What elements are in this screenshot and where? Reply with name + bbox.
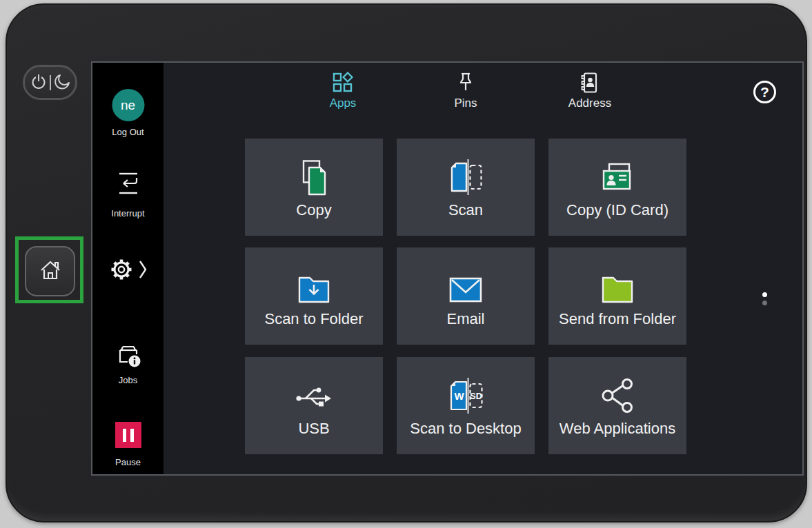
settings-button[interactable] (92, 258, 164, 284)
svg-text:SD: SD (470, 392, 482, 401)
pause-button[interactable] (115, 422, 141, 448)
tab-apps-label: Apps (295, 97, 391, 110)
home-icon (38, 258, 63, 285)
jobs-icon (114, 340, 143, 372)
app-tile-scan-to-desktop[interactable]: W SD Scan to Desktop (397, 357, 535, 454)
folder-download-icon (294, 264, 334, 305)
sidebar: ne Log Out Interrupt (92, 63, 164, 474)
logout-label[interactable]: Log Out (92, 127, 164, 137)
user-avatar[interactable]: ne (112, 89, 144, 121)
address-book-icon (542, 71, 638, 94)
app-tile-label: USB (298, 420, 329, 438)
tab-pins-label: Pins (417, 97, 514, 110)
app-tile-label: Scan (448, 201, 483, 219)
tab-address[interactable]: Address (542, 71, 638, 110)
tab-pins[interactable]: Pins (417, 71, 514, 110)
app-tile-label: Scan to Folder (264, 310, 363, 328)
page-indicator-dot-active[interactable] (762, 292, 767, 297)
pin-icon (417, 71, 514, 94)
main-content: Apps Pins (164, 63, 802, 474)
app-tile-copy-id-card[interactable]: Copy (ID Card) (548, 139, 686, 236)
tab-address-label: Address (542, 97, 638, 110)
app-tile-label: Copy (296, 201, 331, 219)
app-tile-scan-to-folder[interactable]: Scan to Folder (245, 247, 383, 345)
app-tile-send-from-folder[interactable]: Send from Folder (548, 247, 686, 345)
help-icon: ? (760, 84, 769, 101)
pause-icon (123, 429, 126, 442)
app-tile-label: Scan to Desktop (410, 420, 521, 438)
app-tile-scan[interactable]: Scan (397, 139, 535, 236)
app-tile-usb[interactable]: USB (245, 357, 383, 454)
pause-label: Pause (92, 457, 164, 467)
jobs-label: Jobs (92, 375, 164, 385)
copy-icon (295, 155, 333, 196)
gear-icon (110, 258, 133, 284)
wsd-scan-icon: W SD (446, 374, 486, 415)
usb-icon (294, 374, 334, 415)
app-tile-copy[interactable]: Copy (245, 139, 383, 236)
power-button-divider (50, 75, 51, 90)
app-tile-label: Send from Folder (559, 310, 676, 328)
chevron-right-icon (139, 259, 147, 283)
share-network-icon (598, 374, 637, 415)
avatar-initials: ne (121, 98, 135, 113)
email-envelope-icon (446, 264, 486, 305)
jobs-button[interactable] (92, 340, 164, 372)
folder-green-icon (597, 264, 637, 305)
tab-apps[interactable]: Apps (295, 71, 391, 110)
app-tile-label: Email (446, 310, 484, 328)
apps-icon (295, 71, 391, 94)
svg-text:W: W (454, 390, 464, 402)
id-card-icon (597, 155, 637, 196)
device-bezel: ne Log Out Interrupt (6, 3, 807, 522)
power-icon (30, 72, 48, 93)
scan-icon (446, 155, 485, 196)
app-tile-email[interactable]: Email (397, 247, 535, 345)
interrupt-icon (115, 171, 142, 199)
touchscreen: ne Log Out Interrupt (91, 61, 804, 476)
app-tile-web-applications[interactable]: Web Applications (548, 357, 686, 454)
power-sleep-button[interactable] (23, 65, 77, 100)
moon-sleep-icon (53, 72, 71, 93)
interrupt-label: Interrupt (92, 208, 164, 219)
app-tile-label: Web Applications (560, 420, 675, 438)
interrupt-button[interactable] (92, 171, 164, 199)
help-button[interactable]: ? (753, 81, 776, 103)
home-button[interactable] (25, 246, 75, 296)
page-indicator-dot[interactable] (762, 301, 767, 305)
app-tile-label: Copy (ID Card) (566, 201, 669, 219)
